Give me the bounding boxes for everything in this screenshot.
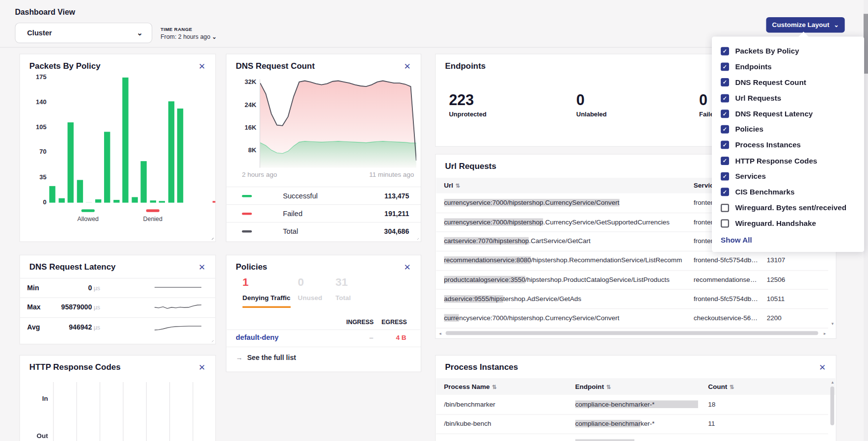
scroll-left-icon[interactable]: ◂ <box>439 331 441 336</box>
checkbox-unchecked-icon[interactable] <box>721 203 729 212</box>
checkbox-checked-icon[interactable]: ✓ <box>721 110 729 118</box>
resize-handle[interactable] <box>209 235 214 240</box>
close-icon[interactable]: ✕ <box>198 363 205 372</box>
resize-handle[interactable] <box>209 337 214 342</box>
checkbox-unchecked-icon[interactable] <box>721 219 729 227</box>
tab-value: 1 <box>243 276 291 288</box>
checkbox-checked-icon[interactable]: ✓ <box>721 141 729 149</box>
scroll-up-icon[interactable]: ▴ <box>832 381 834 385</box>
url-cell: currencyservice:7000/hipstershop.Currenc… <box>444 218 690 226</box>
legend-swatch <box>242 230 252 232</box>
legend-value: 304,686 <box>384 227 409 235</box>
area-chart <box>260 79 416 167</box>
stat-label: Unprotected <box>449 111 486 118</box>
column-header-process-name[interactable]: Process Name⇅ <box>444 383 496 390</box>
tab-label: Unused <box>298 294 323 302</box>
url-cell: adservice:9555/hipstershop.AdService/Get… <box>444 295 690 303</box>
table-row[interactable]: benchmarkercompliance-benchmarker-*9 <box>436 434 828 441</box>
latency-value: 0 µs <box>51 284 100 292</box>
horizontal-scrollbar-thumb[interactable] <box>446 331 818 335</box>
grid-line <box>146 382 147 441</box>
latency-value: 946942 µs <box>51 323 100 331</box>
card-title: DNS Request Latency <box>29 262 116 271</box>
menu-item-dns-request-latency[interactable]: ✓DNS Request Latency <box>712 106 864 122</box>
menu-item-wireguard-handshake[interactable]: Wireguard. Handshake <box>712 216 864 231</box>
time-range-value[interactable]: From: 2 hours ago ⌄ <box>161 33 217 40</box>
scroll-down-icon[interactable]: ▾ <box>832 322 834 326</box>
menu-item-policies[interactable]: ✓Policies <box>712 121 864 137</box>
menu-notch <box>798 32 809 42</box>
url-cell: productcatalogservice:3550/hipstershop.P… <box>444 276 690 283</box>
menu-item-endpoints[interactable]: ✓Endpoints <box>712 59 864 75</box>
legend-item-allowed: Allowed <box>69 209 108 222</box>
table-row[interactable]: productcatalogservice:3550/hipstershop.P… <box>436 270 828 290</box>
checkbox-checked-icon[interactable]: ✓ <box>721 125 729 134</box>
legend-label: Failed <box>283 209 384 218</box>
sort-icon[interactable]: ⇅ <box>456 183 460 189</box>
view-select[interactable]: Cluster ⌄ <box>15 23 152 43</box>
y-tick-label: 32K <box>238 79 256 85</box>
show-all-link[interactable]: Show All <box>712 231 864 244</box>
policy-tab-unused[interactable]: 0Unused <box>298 276 323 302</box>
menu-item-services[interactable]: ✓Services <box>712 168 864 184</box>
customize-layout-button[interactable]: Customize Layout ⌄ <box>766 17 845 33</box>
column-header-count[interactable]: Count⇅ <box>708 383 734 390</box>
checkbox-checked-icon[interactable]: ✓ <box>721 62 729 71</box>
table-row[interactable]: currencyservice:7000/hipstershop.Currenc… <box>436 308 828 328</box>
grid-line <box>123 382 123 441</box>
table-row[interactable]: /bin/kube-benchcompliance-benchmarker-*1… <box>436 414 828 434</box>
latency-row-avg: Avg946942 µs <box>20 317 216 337</box>
sort-icon[interactable]: ⇅ <box>492 384 496 389</box>
table-row[interactable]: adservice:9555/hipstershop.AdService/Get… <box>436 289 828 309</box>
allowed-bar <box>95 199 101 202</box>
allowed-bar <box>132 197 137 203</box>
row-label-out: Out <box>36 432 48 440</box>
column-header-endpoint[interactable]: Endpoint⇅ <box>575 383 611 390</box>
table-row[interactable]: recommendationservice:8080/hipstershop.R… <box>436 251 828 271</box>
checkbox-checked-icon[interactable]: ✓ <box>721 188 729 196</box>
vertical-scrollbar-thumb[interactable] <box>830 386 834 425</box>
policy-link-default-deny[interactable]: default-deny <box>236 333 278 342</box>
service-cell: recommendationse… <box>694 276 763 283</box>
checkbox-checked-icon[interactable]: ✓ <box>721 94 729 102</box>
endpoint-highlighted-text: compliance-benchmarker-* <box>575 400 698 408</box>
menu-item-process-instances[interactable]: ✓Process Instances <box>712 137 864 153</box>
checkbox-checked-icon[interactable]: ✓ <box>721 47 729 55</box>
policy-tab-total[interactable]: 31Total <box>335 276 351 302</box>
menu-item-url-requests[interactable]: ✓Url Requests <box>712 90 864 106</box>
column-header-url[interactable]: Url⇅ <box>444 182 460 190</box>
scroll-right-icon[interactable]: ▸ <box>824 331 826 336</box>
url-cell: recommendationservice:8080/hipstershop.R… <box>444 256 690 264</box>
sort-icon[interactable]: ⇅ <box>730 384 734 389</box>
checkbox-checked-icon[interactable]: ✓ <box>721 157 729 165</box>
close-icon[interactable]: ✕ <box>819 363 826 372</box>
legend-row-total: Total304,686 <box>226 222 421 240</box>
policy-tab-denying-traffic[interactable]: 1Denying Traffic <box>243 276 291 308</box>
url-text: tershop.AdService/GetAds <box>503 295 581 303</box>
sort-icon[interactable]: ⇅ <box>606 384 611 389</box>
table-row[interactable]: /bin/benchmarkercompliance-benchmarker-*… <box>436 395 828 415</box>
menu-item-wireguard-bytes-sent-received[interactable]: Wireguard. Bytes sent/received <box>712 200 864 216</box>
y-tick-label: 70 <box>27 148 46 155</box>
page-scrollbar-thumb[interactable] <box>864 14 868 74</box>
denied-bar <box>213 201 216 202</box>
checkbox-checked-icon[interactable]: ✓ <box>721 172 729 181</box>
menu-item-dns-request-count[interactable]: ✓DNS Request Count <box>712 75 864 90</box>
endpoint-text: arker-* <box>635 439 655 441</box>
checkbox-checked-icon[interactable]: ✓ <box>721 78 729 86</box>
close-icon[interactable]: ✕ <box>198 263 205 272</box>
menu-item-http-response-codes[interactable]: ✓HTTP Response Codes <box>712 153 864 168</box>
url-cell: currencyservice:7000/hipstershop.Currenc… <box>444 199 690 207</box>
card-title: Endpoints <box>445 61 486 70</box>
allowed-bar <box>68 123 74 203</box>
service-cell: frontend-5fc5754db… <box>694 256 763 264</box>
close-icon[interactable]: ✕ <box>404 263 410 272</box>
close-icon[interactable]: ✕ <box>198 62 205 70</box>
close-icon[interactable]: ✕ <box>404 62 410 70</box>
allowed-bar <box>49 186 55 202</box>
grid-line <box>169 382 170 441</box>
menu-item-packets-by-policy[interactable]: ✓Packets By Policy <box>712 43 864 59</box>
see-full-list-link[interactable]: →See the full list <box>236 354 296 362</box>
menu-item-cis-benchmarks[interactable]: ✓CIS Benchmarks <box>712 184 864 200</box>
count-cell: 11 <box>708 420 741 428</box>
